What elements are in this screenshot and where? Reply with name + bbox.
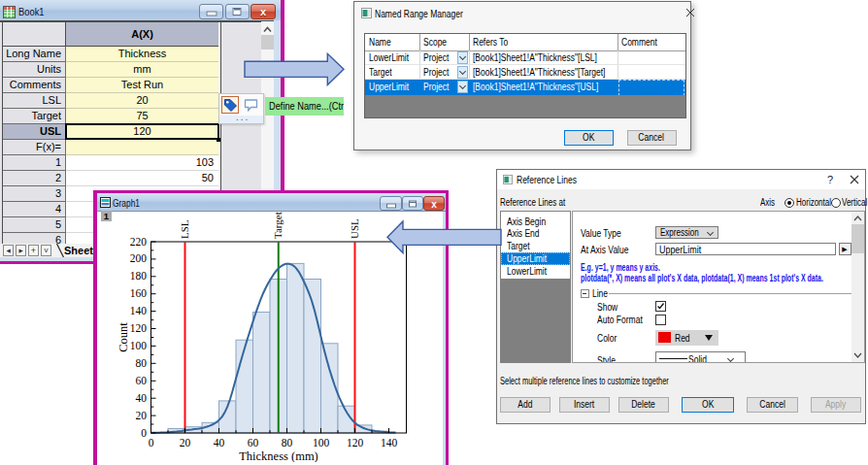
svg-text:60: 60 <box>135 374 147 385</box>
svg-text:Count: Count <box>117 321 130 351</box>
svg-text:0: 0 <box>141 426 147 438</box>
svg-text:0: 0 <box>148 437 153 448</box>
svg-text:140: 140 <box>129 305 147 316</box>
svg-text:20: 20 <box>179 437 190 448</box>
svg-text:Thickness (mm): Thickness (mm) <box>239 449 318 462</box>
svg-text:120: 120 <box>129 322 147 334</box>
svg-text:140: 140 <box>380 437 397 448</box>
svg-text:LSL: LSL <box>179 219 190 239</box>
svg-text:40: 40 <box>135 391 147 403</box>
svg-text:200: 200 <box>129 252 147 264</box>
svg-text:Target: Target <box>272 212 284 239</box>
svg-text:USL: USL <box>349 217 360 238</box>
svg-text:160: 160 <box>129 287 147 299</box>
svg-text:60: 60 <box>247 437 258 448</box>
svg-text:180: 180 <box>129 270 147 282</box>
svg-text:120: 120 <box>346 437 363 448</box>
svg-text:20: 20 <box>135 409 147 420</box>
svg-text:80: 80 <box>281 437 292 448</box>
svg-text:100: 100 <box>129 339 147 350</box>
svg-text:80: 80 <box>135 356 147 368</box>
svg-text:40: 40 <box>213 437 224 448</box>
svg-text:220: 220 <box>129 235 147 247</box>
svg-text:100: 100 <box>312 437 329 448</box>
